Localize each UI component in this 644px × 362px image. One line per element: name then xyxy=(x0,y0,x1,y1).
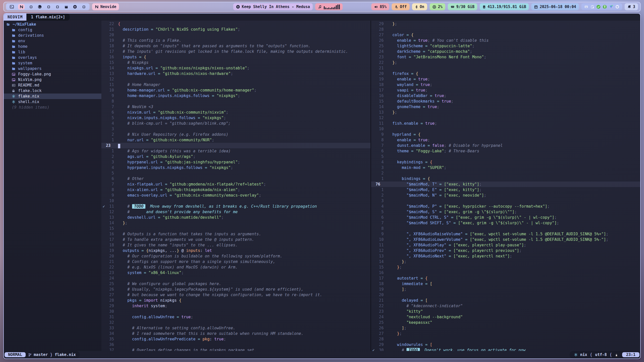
code-line[interactable]: 33 # Alternative to setting config.allow… xyxy=(101,325,371,331)
code-line[interactable]: 17 # To handle extra arguments we use th… xyxy=(101,237,371,242)
code-line[interactable]: 16 disableTabBar = true; xyxy=(371,93,640,99)
code-line[interactable]: 20 xyxy=(101,32,371,38)
code-line[interactable]: 26 ]; xyxy=(371,325,640,331)
music-player-pill[interactable]: Keep Shelly In Athens - Medusa xyxy=(233,3,313,10)
tray-nextcloud-check-icon[interactable] xyxy=(609,5,613,9)
code-line[interactable]: 28 xyxy=(371,336,640,342)
code-line[interactable]: 7 dunst.enable = false; # Disable for hy… xyxy=(371,143,640,148)
workspace-square-icon[interactable] xyxy=(81,4,86,10)
workspace-square-icon[interactable] xyxy=(46,4,51,10)
editor-pane-right[interactable]: 29 };2827 color = {26 enable = true; # Y… xyxy=(371,21,640,351)
code-line[interactable]: 26 # Usually, "nixpkgs.legacyPackages.${… xyxy=(101,287,371,292)
code-line[interactable]: 22{ xyxy=(101,21,371,27)
volume-pill[interactable]: 85% xyxy=(371,3,389,10)
bluetooth-pill[interactable]: On xyxy=(412,3,427,10)
code-line[interactable]: 9 emacs-overlay.url = "github:nix-commun… xyxy=(101,193,371,198)
code-line[interactable]: 10 xyxy=(101,198,371,204)
code-line[interactable]: 35 config.allowUnfreePredicate = pkg: tr… xyxy=(101,336,371,342)
code-line[interactable]: 17 autostart = { xyxy=(371,276,640,281)
code-line[interactable]: 27 }; xyxy=(371,331,640,336)
workspace-firefox-icon[interactable] xyxy=(37,4,42,10)
code-line[interactable]: 31 config.allowUnfree = true; xyxy=(101,314,371,320)
code-line[interactable]: 3 main-mod = "SUPER"; xyxy=(371,165,640,170)
code-line[interactable]: 17 vaapi = true; xyxy=(371,87,640,93)
code-line[interactable]: 25 "keepassxc" xyxy=(371,320,640,325)
tab-neovim[interactable]: NEOVIM xyxy=(4,14,26,21)
tree-item-foggy-lake-png[interactable]: Foggy-Lake.png xyxy=(4,71,101,77)
code-line[interactable]: 25 lightScheme = "catppuccin-latte"; xyxy=(371,43,640,49)
workspace-square-icon[interactable] xyxy=(55,4,60,10)
code-line[interactable]: 15 defaultBookmarks = true; xyxy=(371,99,640,104)
code-line[interactable]: 23 system = "x86_64-linux"; xyxy=(101,270,371,276)
code-line[interactable]: 12 ", XF86AudioPrev" = ["exec, playerctl… xyxy=(371,248,640,253)
code-line[interactable]: 34 # I read somewhere that this is more … xyxy=(101,331,371,336)
code-line[interactable]: 15 # Nixpkgs xyxy=(101,60,371,65)
code-line[interactable]: 7 nix-flatpak.url = "github:gmodena/nix-… xyxy=(101,182,371,187)
tree-item-system[interactable]: system xyxy=(4,60,101,66)
code-line[interactable]: 13 }; xyxy=(371,110,640,115)
tree-item-flake-nix[interactable]: flake.nix xyxy=(4,94,101,99)
code-line[interactable]: 8 nix-alien.url = "github:thiagokokada/n… xyxy=(101,187,371,193)
code-line[interactable]: 2 # Nix User Repository (e.g. Firefox ad… xyxy=(101,132,371,137)
code-line[interactable]: 15 }; xyxy=(371,264,640,270)
code-line[interactable]: 5 xyxy=(371,154,640,159)
tray-keepassxc-icon[interactable] xyxy=(603,5,607,9)
code-line[interactable]: 10 ", XF86AudioLowerVolume" = ["exec, wp… xyxy=(371,237,640,242)
code-line[interactable]: 37 # Overlays define changes in the nixp… xyxy=(101,347,371,351)
code-line[interactable]: 19 ]; xyxy=(371,287,640,292)
code-line[interactable]: 28 xyxy=(371,27,640,32)
notifications-pill[interactable]: 3 xyxy=(625,3,638,10)
code-line[interactable]: 1 nur.url = "github:nix-community/NUR"; xyxy=(101,137,371,143)
code-line[interactable]: 27 # but because we want to change the n… xyxy=(101,292,371,298)
tree-item-lib[interactable]: lib xyxy=(4,49,101,55)
code-line[interactable]: 29 windowrules = [ xyxy=(371,342,640,347)
tree-item-readme-md[interactable]: README.md xyxy=(4,82,101,88)
cpu-pill[interactable]: 2% xyxy=(430,3,445,10)
code-line[interactable]: 4 keybindings = { xyxy=(371,159,640,165)
code-line[interactable]: 12 xyxy=(371,115,640,121)
code-line[interactable]: 14 }; xyxy=(101,220,371,226)
workspace-terminal-icon[interactable] xyxy=(9,4,14,10)
workspace-spotify-icon[interactable] xyxy=(72,4,77,10)
tree-item-wallpapers[interactable]: wallpapers xyxy=(4,66,101,71)
code-line[interactable]: 21 # Configs can support more than a sin… xyxy=(101,259,371,264)
code-line[interactable]: 7 # NeoVim <3 xyxy=(101,104,371,110)
code-line[interactable]: 10 xyxy=(371,126,640,132)
code-line[interactable]: 14 }; xyxy=(371,259,640,264)
code-line[interactable]: 17 # The inputs' git revisions get locke… xyxy=(101,49,371,54)
code-line[interactable]: 7 "$mainMod SHIFT, S" = ["exec, grim -g … xyxy=(371,220,640,226)
code-line[interactable]: 18 # It depends on "inputs" that are pas… xyxy=(101,43,371,49)
code-line[interactable]: 5 nixvim.inputs.nixpkgs.follows = "nixpk… xyxy=(101,115,371,121)
code-line[interactable]: 13 hardware.url = "github:nixos/nixos-ha… xyxy=(101,71,371,76)
code-line[interactable]: 23 font = "JetBrainsMono Nerd Font Mono"… xyxy=(371,54,640,60)
code-line[interactable]: 12 # and doesn't provide any benefits fo… xyxy=(101,209,371,215)
code-line[interactable]: 19 enable = true; xyxy=(371,76,640,82)
code-line[interactable]: 25 # We configure our global packages he… xyxy=(101,281,371,287)
code-line[interactable]: 11 fish.enable = true; xyxy=(371,121,640,126)
code-line[interactable]: 9 home-manager.inputs.nixpkgs.follows = … xyxy=(101,93,371,99)
code-line[interactable]: 19 # This config is a Flake. xyxy=(101,38,371,43)
code-line[interactable]: 8 xyxy=(371,226,640,231)
code-line[interactable]: 16 inputs = { xyxy=(101,54,371,60)
workspace-neovim-icon[interactable] xyxy=(18,4,25,10)
code-line[interactable]: 30 xyxy=(101,309,371,314)
tab-buffer-flake-nix[interactable]: 1 flake.nix[2+] xyxy=(26,14,69,21)
code-line[interactable]: 22 # "kdeconnect-indicator" xyxy=(371,303,640,309)
code-line[interactable]: 27 color = { xyxy=(371,32,640,38)
code-line[interactable]: 36 xyxy=(101,342,371,347)
tree-item-home[interactable]: home xyxy=(4,44,101,49)
tray-clipboard-icon[interactable] xyxy=(591,5,594,9)
neovide-launcher[interactable]: Neovide xyxy=(92,3,119,10)
code-line[interactable]: 18 immediate = [ xyxy=(371,281,640,287)
code-line[interactable]: 6 "$mainMod CTRL, S" = ["exec, grim -g \… xyxy=(371,215,640,220)
tray-check-circle-icon[interactable] xyxy=(596,5,600,9)
tree-item-flake-lock[interactable]: flake.lock xyxy=(4,88,101,94)
code-line[interactable]: 2 "$mainMod, N" = ["exec, neovide"]; xyxy=(371,193,640,198)
code-line[interactable]: 18 # It gives the name "inputs" to the .… xyxy=(101,242,371,248)
code-line[interactable]: 20 firefox = { xyxy=(371,71,640,76)
code-line[interactable]: ✓30 # TODO Doesn't work, use focus_on_ac… xyxy=(371,347,640,351)
tree-item-config[interactable]: config xyxy=(4,27,101,33)
tree-item-derivations[interactable]: derivations xyxy=(4,33,101,38)
code-line[interactable]: 21 description = "ChUrl's NixOS config u… xyxy=(101,27,371,32)
code-line[interactable]: 20 # Our configuration is buildable on t… xyxy=(101,253,371,259)
